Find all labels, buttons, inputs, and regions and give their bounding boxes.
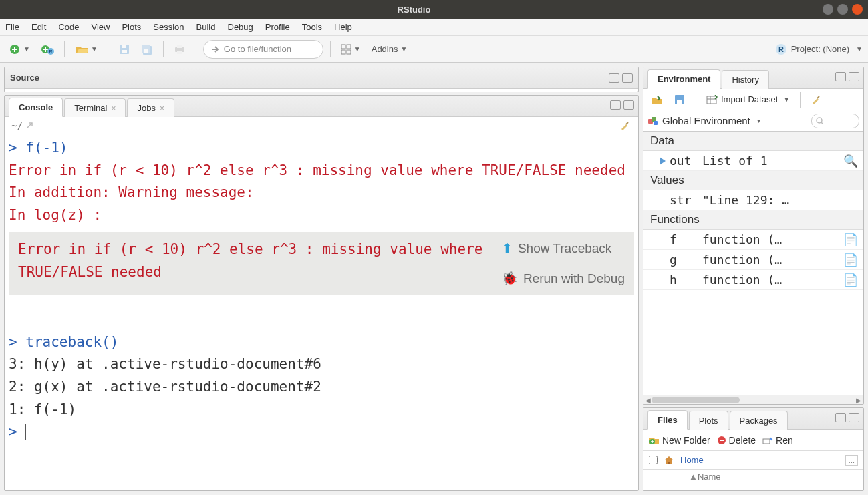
svg-text:R: R bbox=[49, 49, 52, 54]
window-maximize-button[interactable] bbox=[837, 4, 848, 15]
env-section-functions: Functions bbox=[643, 210, 863, 230]
tab-jobs[interactable]: Jobs× bbox=[127, 98, 174, 117]
env-scope-label[interactable]: Global Environment bbox=[662, 115, 750, 126]
pane-maximize-button[interactable] bbox=[849, 72, 859, 81]
caret-icon: ▼ bbox=[23, 45, 30, 53]
r-project-icon: R bbox=[775, 43, 787, 55]
files-toolbar: New Folder Delete Ren bbox=[643, 430, 863, 451]
rerun-debug-button[interactable]: 🐞Rerun with Debug bbox=[502, 269, 625, 289]
new-file-button[interactable]: ▼ bbox=[5, 40, 33, 59]
menu-debug[interactable]: Debug bbox=[228, 22, 253, 32]
menu-tools[interactable]: Tools bbox=[302, 22, 322, 32]
pane-minimize-button[interactable] bbox=[609, 73, 619, 83]
new-project-button[interactable]: R bbox=[37, 40, 57, 59]
svg-rect-23 bbox=[652, 117, 656, 122]
tab-terminal[interactable]: Terminal× bbox=[64, 98, 126, 117]
separator bbox=[196, 41, 196, 57]
search-icon[interactable]: 🔍 bbox=[843, 154, 858, 168]
close-icon[interactable]: × bbox=[111, 104, 116, 113]
delete-label: Delete bbox=[729, 435, 756, 446]
tab-history[interactable]: History bbox=[722, 70, 768, 89]
console-cwd: ~/ bbox=[11, 120, 23, 131]
save-all-button[interactable] bbox=[138, 40, 156, 59]
env-row[interactable]: outList of 1🔍 bbox=[643, 151, 863, 171]
menu-view[interactable]: View bbox=[91, 22, 110, 32]
files-tabs: FilesPlotsPackages bbox=[643, 408, 863, 430]
env-row[interactable]: hfunction (…📄 bbox=[643, 270, 863, 290]
env-section-values: Values bbox=[643, 171, 863, 190]
tab-packages[interactable]: Packages bbox=[730, 411, 788, 430]
window-minimize-button[interactable] bbox=[823, 4, 833, 15]
console-body[interactable]: > f(-1)Error in if (r < 10) r^2 else r^3… bbox=[5, 134, 638, 490]
new-folder-button[interactable]: New Folder bbox=[649, 435, 710, 446]
menu-build[interactable]: Build bbox=[196, 22, 216, 32]
addins-button[interactable]: Addins ▼ bbox=[368, 40, 411, 59]
main-toolbar: ▼ R ▼ Go to file/function ▼ Addins ▼ R P… bbox=[0, 36, 868, 63]
bug-icon: 🐞 bbox=[502, 269, 518, 289]
menu-plots[interactable]: Plots bbox=[122, 22, 141, 32]
save-button[interactable] bbox=[115, 40, 134, 59]
goto-arrow-icon bbox=[210, 45, 220, 54]
pane-maximize-button[interactable] bbox=[622, 73, 633, 83]
print-button[interactable] bbox=[170, 40, 189, 59]
rename-label: Ren bbox=[776, 435, 793, 446]
console-popout-icon[interactable] bbox=[25, 122, 35, 130]
scope-icon bbox=[647, 116, 658, 126]
window-close-button[interactable] bbox=[852, 4, 863, 15]
pane-minimize-button[interactable] bbox=[835, 413, 846, 422]
svg-rect-20 bbox=[677, 100, 682, 104]
separator bbox=[108, 41, 108, 57]
console-pane: ConsoleTerminal×Jobs× ~/ > f(-1)Error in… bbox=[4, 95, 639, 491]
separator bbox=[64, 41, 65, 57]
load-workspace-button[interactable] bbox=[647, 90, 666, 109]
svg-rect-24 bbox=[654, 121, 658, 125]
home-icon[interactable] bbox=[663, 455, 675, 466]
column-name[interactable]: Name bbox=[698, 472, 721, 482]
select-all-checkbox[interactable] bbox=[649, 456, 658, 464]
menu-edit[interactable]: Edit bbox=[31, 22, 46, 32]
menu-code[interactable]: Code bbox=[58, 22, 79, 32]
show-traceback-button[interactable]: ⬆Show Traceback bbox=[502, 238, 625, 259]
project-menu[interactable]: R Project: (None) ▼ bbox=[775, 43, 863, 55]
open-file-button[interactable]: ▼ bbox=[71, 40, 101, 59]
svg-rect-29 bbox=[668, 462, 670, 464]
env-row[interactable]: gfunction (…📄 bbox=[643, 250, 863, 270]
breadcrumb-more-button[interactable]: ... bbox=[845, 455, 858, 466]
expand-icon[interactable] bbox=[660, 157, 666, 165]
delete-button[interactable]: Delete bbox=[717, 435, 756, 446]
import-dataset-button[interactable]: Import Dataset ▼ bbox=[703, 90, 793, 109]
close-icon[interactable]: × bbox=[160, 104, 164, 113]
grid-view-button[interactable]: ▼ bbox=[337, 40, 364, 59]
env-row[interactable]: ffunction (…📄 bbox=[643, 230, 863, 250]
goto-file-input[interactable]: Go to file/function bbox=[203, 40, 323, 59]
document-icon[interactable]: 📄 bbox=[843, 273, 858, 287]
tab-environment[interactable]: Environment bbox=[647, 69, 720, 89]
pane-minimize-button[interactable] bbox=[610, 100, 621, 110]
separator bbox=[330, 41, 331, 57]
menu-session[interactable]: Session bbox=[153, 22, 184, 32]
env-hscrollbar[interactable]: ◀▶ bbox=[643, 395, 863, 404]
clear-workspace-button[interactable] bbox=[807, 90, 826, 109]
rename-button[interactable]: Ren bbox=[762, 435, 793, 446]
breadcrumb-home[interactable]: Home bbox=[680, 455, 704, 465]
menu-help[interactable]: Help bbox=[334, 22, 352, 32]
svg-rect-5 bbox=[122, 50, 127, 53]
environment-scope-bar: Global Environment ▾ bbox=[643, 110, 863, 132]
tab-plots[interactable]: Plots bbox=[689, 411, 728, 430]
error-message: Error in if (r < 10) r^2 else r^3 : miss… bbox=[18, 238, 492, 283]
tab-files[interactable]: Files bbox=[647, 410, 688, 430]
document-icon[interactable]: 📄 bbox=[843, 253, 858, 267]
tab-console[interactable]: Console bbox=[9, 98, 63, 117]
pane-minimize-button[interactable] bbox=[835, 72, 846, 81]
pane-maximize-button[interactable] bbox=[623, 100, 634, 110]
caret-icon: ▼ bbox=[91, 45, 98, 53]
menu-profile[interactable]: Profile bbox=[265, 22, 290, 32]
save-workspace-button[interactable] bbox=[670, 90, 689, 109]
pane-maximize-button[interactable] bbox=[849, 413, 859, 422]
broom-icon[interactable] bbox=[619, 120, 631, 131]
source-pane: Source bbox=[4, 67, 639, 92]
document-icon[interactable]: 📄 bbox=[843, 232, 858, 246]
menu-file[interactable]: File bbox=[5, 22, 19, 32]
env-search-input[interactable] bbox=[811, 114, 859, 128]
env-row[interactable]: str"Line 129: … bbox=[643, 190, 863, 210]
